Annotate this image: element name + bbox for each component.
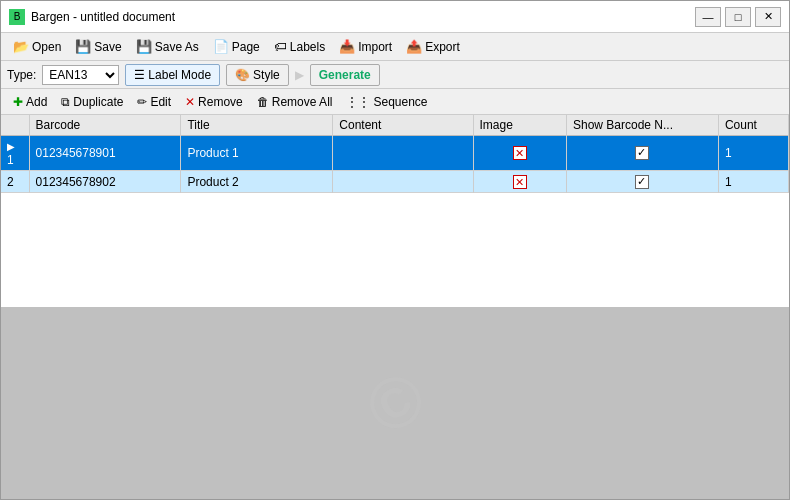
- style-button[interactable]: 🎨 Style: [226, 64, 289, 86]
- labels-icon: 🏷: [274, 39, 287, 54]
- table-header-row: Barcode Title Content Image Show Barcode: [1, 115, 789, 136]
- row-indicator: ▶ 1: [1, 136, 29, 171]
- remove-button[interactable]: ✕ Remove: [179, 94, 249, 110]
- show-barcode-cell: [566, 136, 718, 171]
- col-title: Title: [181, 115, 333, 136]
- menu-open[interactable]: 📂 Open: [7, 37, 67, 56]
- show-barcode-checkbox[interactable]: [635, 146, 649, 160]
- duplicate-label: Duplicate: [73, 95, 123, 109]
- row-arrow-icon: ▶: [7, 141, 15, 152]
- menu-labels-label: Labels: [290, 40, 325, 54]
- menu-import-label: Import: [358, 40, 392, 54]
- sequence-button[interactable]: ⋮⋮ Sequence: [340, 94, 433, 110]
- show-barcode-cell: [566, 171, 718, 193]
- watermark-text: ©: [352, 355, 437, 452]
- title-bar-buttons: — □ ✕: [695, 7, 781, 27]
- main-content: Barcode Title Content Image Show Barcode: [1, 115, 789, 499]
- barcode-cell: 012345678901: [29, 136, 181, 171]
- title-bar-left: B Bargen - untitled document: [9, 9, 175, 25]
- save-icon: 💾: [75, 39, 91, 54]
- col-row-num: [1, 115, 29, 136]
- edit-icon: ✏: [137, 95, 147, 109]
- remove-all-label: Remove All: [272, 95, 333, 109]
- window-title: Bargen - untitled document: [31, 10, 175, 24]
- title-cell: Product 2: [181, 171, 333, 193]
- content-cell: [333, 171, 473, 193]
- data-table: Barcode Title Content Image Show Barcode: [1, 115, 789, 193]
- app-icon: B: [9, 9, 25, 25]
- duplicate-button[interactable]: ⧉ Duplicate: [55, 94, 129, 110]
- menu-page[interactable]: 📄 Page: [207, 37, 266, 56]
- edit-button[interactable]: ✏ Edit: [131, 94, 177, 110]
- close-button[interactable]: ✕: [755, 7, 781, 27]
- menu-export-label: Export: [425, 40, 460, 54]
- add-button[interactable]: ✚ Add: [7, 94, 53, 110]
- menu-save-label: Save: [94, 40, 121, 54]
- title-bar: B Bargen - untitled document — □ ✕: [1, 1, 789, 33]
- menu-bar: 📂 Open 💾 Save 💾 Save As 📄 Page 🏷 Labels …: [1, 33, 789, 61]
- barcode-cell: 012345678902: [29, 171, 181, 193]
- generate-button[interactable]: Generate: [310, 64, 380, 86]
- type-select[interactable]: EAN13 Code128 QR Code: [42, 65, 119, 85]
- content-cell: [333, 136, 473, 171]
- menu-export[interactable]: 📤 Export: [400, 37, 466, 56]
- image-cell: ✕: [473, 136, 566, 171]
- row-number: 2: [7, 175, 14, 189]
- remove-label: Remove: [198, 95, 243, 109]
- edit-label: Edit: [150, 95, 171, 109]
- title-cell: Product 1: [181, 136, 333, 171]
- col-count: Count: [718, 115, 788, 136]
- show-barcode-checkbox[interactable]: [635, 175, 649, 189]
- save-as-icon: 💾: [136, 39, 152, 54]
- row-indicator: 2: [1, 171, 29, 193]
- generate-label: Generate: [319, 68, 371, 82]
- maximize-button[interactable]: □: [725, 7, 751, 27]
- remove-icon: ✕: [185, 95, 195, 109]
- menu-save[interactable]: 💾 Save: [69, 37, 127, 56]
- action-bar: ✚ Add ⧉ Duplicate ✏ Edit ✕ Remove 🗑 Remo…: [1, 89, 789, 115]
- add-icon: ✚: [13, 95, 23, 109]
- image-x-icon: ✕: [513, 175, 527, 189]
- main-window: B Bargen - untitled document — □ ✕ 📂 Ope…: [0, 0, 790, 500]
- image-cell: ✕: [473, 171, 566, 193]
- type-label: Type:: [7, 68, 36, 82]
- table-row[interactable]: ▶ 1 012345678901 Product 1 ✕ 1: [1, 136, 789, 171]
- label-mode-button[interactable]: ☰ Label Mode: [125, 64, 220, 86]
- data-table-container: Barcode Title Content Image Show Barcode: [1, 115, 789, 307]
- sequence-label: Sequence: [373, 95, 427, 109]
- add-label: Add: [26, 95, 47, 109]
- menu-import[interactable]: 📥 Import: [333, 37, 398, 56]
- minimize-button[interactable]: —: [695, 7, 721, 27]
- toolbar: Type: EAN13 Code128 QR Code ☰ Label Mode…: [1, 61, 789, 89]
- sequence-icon: ⋮⋮: [346, 95, 370, 109]
- remove-all-button[interactable]: 🗑 Remove All: [251, 94, 339, 110]
- label-mode-label: Label Mode: [148, 68, 211, 82]
- open-icon: 📂: [13, 39, 29, 54]
- menu-open-label: Open: [32, 40, 61, 54]
- menu-page-label: Page: [232, 40, 260, 54]
- col-show-barcode: Show Barcode N...: [566, 115, 718, 136]
- count-cell: 1: [718, 171, 788, 193]
- menu-labels[interactable]: 🏷 Labels: [268, 37, 331, 56]
- count-cell: 1: [718, 136, 788, 171]
- import-icon: 📥: [339, 39, 355, 54]
- remove-all-icon: 🗑: [257, 95, 269, 109]
- image-x-icon: ✕: [513, 146, 527, 160]
- page-icon: 📄: [213, 39, 229, 54]
- style-label: Style: [253, 68, 280, 82]
- col-image: Image: [473, 115, 566, 136]
- style-icon: 🎨: [235, 68, 250, 82]
- label-mode-icon: ☰: [134, 68, 145, 82]
- col-content: Content: [333, 115, 473, 136]
- menu-save-as[interactable]: 💾 Save As: [130, 37, 205, 56]
- empty-area: ©: [1, 307, 789, 499]
- col-barcode: Barcode: [29, 115, 181, 136]
- table-row[interactable]: 2 012345678902 Product 2 ✕ 1: [1, 171, 789, 193]
- duplicate-icon: ⧉: [61, 95, 70, 109]
- export-icon: 📤: [406, 39, 422, 54]
- watermark: ©: [1, 307, 789, 499]
- menu-save-as-label: Save As: [155, 40, 199, 54]
- row-number: 1: [7, 153, 14, 167]
